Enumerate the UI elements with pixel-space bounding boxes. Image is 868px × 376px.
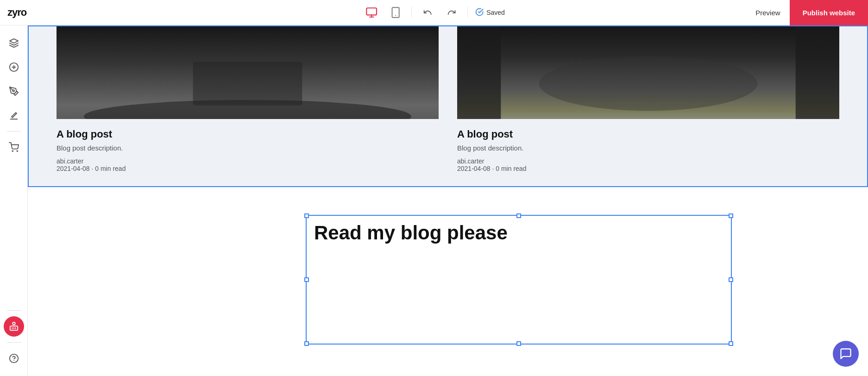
blog-meta-2: 2021-04-08 · 0 min read: [457, 165, 839, 172]
topbar-right: Preview Publish website: [746, 0, 868, 25]
desktop-device-button[interactable]: [363, 4, 380, 21]
svg-point-12: [17, 150, 18, 151]
handle-middle-right[interactable]: [729, 277, 733, 282]
mobile-device-button[interactable]: [387, 4, 404, 21]
blog-card-1[interactable]: A blog post Blog post description. abi.c…: [57, 26, 439, 172]
sidebar: [0, 25, 28, 376]
undo-button[interactable]: [419, 4, 436, 21]
sidebar-item-edit[interactable]: [4, 105, 24, 125]
svg-rect-25: [796, 26, 839, 119]
svg-point-11: [12, 150, 13, 151]
blog-content-2: A blog post Blog post description. abi.c…: [457, 119, 839, 172]
separator: [411, 7, 412, 18]
canvas[interactable]: A blog post Blog post description. abi.c…: [28, 25, 868, 376]
blog-title-1: A blog post: [57, 128, 439, 140]
blog-image-1: [57, 26, 439, 119]
sidebar-divider-1: [7, 131, 21, 132]
svg-rect-22: [193, 62, 302, 105]
svg-rect-24: [457, 26, 501, 119]
svg-point-14: [13, 322, 15, 325]
handle-bottom-center[interactable]: [516, 341, 521, 346]
saved-check-icon: [475, 8, 484, 18]
saved-label: Saved: [486, 9, 505, 16]
handle-top-left[interactable]: [304, 213, 309, 218]
chat-widget-button[interactable]: [833, 341, 859, 367]
topbar-center: Saved: [363, 4, 505, 21]
blog-section: A blog post Blog post description. abi.c…: [28, 25, 868, 187]
top-bar: zyro: [0, 0, 868, 25]
handle-bottom-left[interactable]: [304, 341, 309, 346]
blog-author-2: abi.carter: [457, 157, 839, 165]
blog-grid: A blog post Blog post description. abi.c…: [57, 26, 839, 172]
handle-top-right[interactable]: [729, 213, 733, 218]
handle-bottom-right[interactable]: [729, 341, 733, 346]
blog-desc-1: Blog post description.: [57, 144, 439, 152]
help-button[interactable]: [4, 348, 24, 369]
blog-author-1: abi.carter: [57, 157, 439, 165]
text-element-selected[interactable]: Read my blog please: [306, 215, 732, 345]
text-section[interactable]: Read my blog please: [28, 187, 868, 345]
blog-title-2: A blog post: [457, 128, 839, 140]
svg-marker-5: [9, 39, 18, 43]
svg-rect-3: [392, 7, 399, 18]
separator2: [467, 7, 468, 18]
blog-meta-1: 2021-04-08 · 0 min read: [57, 165, 439, 172]
ai-assistant-button[interactable]: [4, 316, 24, 337]
sidebar-divider-2: [7, 310, 21, 311]
saved-indicator: Saved: [475, 8, 505, 18]
handle-middle-left[interactable]: [304, 277, 309, 282]
sidebar-item-layers[interactable]: [4, 33, 24, 53]
canvas-inner: A blog post Blog post description. abi.c…: [28, 25, 868, 376]
sidebar-item-add[interactable]: [4, 57, 24, 77]
svg-point-9: [13, 90, 14, 92]
blog-image-2: [457, 26, 839, 119]
publish-button[interactable]: Publish website: [790, 0, 868, 25]
svg-point-26: [539, 56, 757, 111]
preview-button[interactable]: Preview: [746, 0, 789, 25]
blog-desc-2: Blog post description.: [457, 144, 839, 152]
sidebar-item-cart[interactable]: [4, 137, 24, 157]
zyro-logo: zyro: [7, 6, 26, 19]
handle-top-center[interactable]: [516, 213, 521, 218]
sidebar-item-draw[interactable]: [4, 81, 24, 101]
text-element-content[interactable]: Read my blog please: [314, 221, 723, 244]
blog-content-1: A blog post Blog post description. abi.c…: [57, 119, 439, 172]
redo-button[interactable]: [443, 4, 460, 21]
svg-rect-0: [366, 8, 377, 15]
blog-card-2[interactable]: A blog post Blog post description. abi.c…: [457, 26, 839, 172]
topbar-left: zyro: [7, 6, 26, 19]
sidebar-divider-3: [7, 342, 21, 343]
